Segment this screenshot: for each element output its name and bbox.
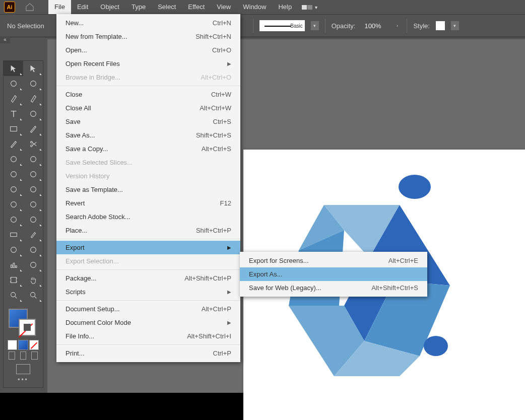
stroke-style-dropdown[interactable]: Basic [259, 20, 305, 31]
menu-effect[interactable]: Effect [182, 0, 211, 14]
submenu-item-export-for-screens[interactable]: Export for Screens...Alt+Ctrl+E [240, 254, 427, 267]
line-segment-tool[interactable] [23, 106, 43, 121]
rotate-tool[interactable] [4, 152, 23, 167]
panel-expand-icon[interactable]: « [0, 36, 10, 43]
draw-normal-icon[interactable] [9, 352, 15, 360]
stroke-swatch[interactable] [19, 319, 36, 336]
separator [325, 19, 325, 33]
perspective-tool[interactable] [4, 212, 23, 227]
svg-point-25 [30, 293, 35, 297]
svg-point-18 [30, 247, 36, 253]
lasso-tool[interactable] [23, 76, 43, 91]
menu-item-version-history: Version History [56, 169, 240, 183]
chevron-down-icon[interactable]: ▾ [451, 21, 459, 30]
menu-item-search-adobe-stock[interactable]: Search Adobe Stock... [56, 210, 240, 224]
menu-item-save-a-copy[interactable]: Save a Copy...Alt+Ctrl+S [56, 142, 240, 156]
artboard-tool[interactable] [4, 272, 23, 288]
magic-wand-tool[interactable] [4, 76, 23, 91]
hand-tool[interactable] [23, 272, 43, 288]
svg-point-24 [11, 293, 15, 297]
menu-item-close-all[interactable]: Close AllAlt+Ctrl+W [56, 101, 240, 115]
color-mode-icon[interactable] [8, 340, 17, 350]
chevron-right-icon[interactable]: › [393, 23, 401, 28]
menu-item-open[interactable]: Open...Ctrl+O [56, 43, 240, 57]
opacity-label: Opacity: [332, 22, 356, 30]
scissors-tool[interactable] [23, 136, 43, 152]
draw-inside-icon[interactable] [31, 352, 38, 360]
warp-tool[interactable] [23, 182, 43, 197]
slice-tool[interactable] [23, 257, 43, 272]
menu-item-file-info[interactable]: File Info...Alt+Shift+Ctrl+I [56, 329, 240, 343]
menu-edit[interactable]: Edit [71, 0, 94, 14]
none-mode-icon[interactable] [29, 340, 39, 350]
menu-item-place[interactable]: Place...Shift+Ctrl+P [56, 224, 240, 237]
reflect-tool[interactable] [23, 152, 43, 167]
menu-window[interactable]: Window [237, 0, 272, 14]
menu-item-save[interactable]: SaveCtrl+S [56, 115, 240, 128]
menu-item-close[interactable]: CloseCtrl+W [56, 88, 240, 101]
home-icon[interactable] [25, 3, 34, 11]
menu-object[interactable]: Object [94, 0, 125, 14]
menu-item-open-recent-files[interactable]: Open Recent Files▶ [56, 57, 240, 71]
chevron-down-icon[interactable]: ▾ [311, 21, 319, 30]
menu-item-browse-in-bridge: Browse in Bridge...Alt+Ctrl+O [56, 71, 240, 84]
svg-point-11 [30, 187, 36, 192]
zoom-tool[interactable] [4, 288, 23, 303]
svg-rect-19 [11, 265, 12, 267]
screen-mode-icon[interactable] [16, 364, 30, 374]
shape-builder-tool[interactable] [4, 197, 23, 212]
menu-select[interactable]: Select [152, 0, 182, 14]
width-tool[interactable] [4, 182, 23, 197]
pencil-tool[interactable] [4, 136, 23, 152]
menu-item-scripts[interactable]: Scripts▶ [56, 285, 240, 299]
live-paint-tool[interactable] [23, 197, 43, 212]
selection-move-tool[interactable] [4, 61, 23, 76]
menu-item-revert[interactable]: RevertF12 [56, 196, 240, 210]
file-menu-dropdown: New...Ctrl+NNew from Template...Shift+Ct… [56, 14, 240, 362]
menu-item-new-from-template[interactable]: New from Template...Shift+Ctrl+N [56, 30, 240, 43]
svg-point-15 [30, 217, 36, 223]
pen-tool[interactable] [4, 91, 23, 106]
menu-item-document-color-mode[interactable]: Document Color Mode▶ [56, 316, 240, 329]
tools-panel: ••• [3, 60, 43, 388]
arrange-documents-icon[interactable]: ▾ [302, 5, 317, 10]
menu-item-export[interactable]: Export▶ [56, 241, 240, 254]
menu-file[interactable]: File [48, 0, 71, 14]
scale-tool[interactable] [4, 167, 23, 182]
column-graph-tool[interactable] [4, 257, 23, 272]
zoom2-tool[interactable] [23, 288, 43, 303]
submenu-item-export-as[interactable]: Export As... [240, 267, 427, 281]
draw-behind-icon[interactable] [20, 352, 27, 360]
gradient-mode-icon[interactable] [18, 340, 28, 350]
menu-help[interactable]: Help [272, 0, 298, 14]
type-tool[interactable] [4, 106, 23, 121]
svg-point-5 [30, 145, 32, 147]
menu-item-save-as-template[interactable]: Save as Template... [56, 183, 240, 196]
menu-item-export-selection: Export Selection... [56, 254, 240, 268]
separator [253, 19, 253, 33]
fill-stroke-swatches[interactable] [4, 306, 43, 338]
opacity-value[interactable]: 100% [361, 21, 387, 31]
svg-point-2 [30, 111, 36, 117]
mesh-tool[interactable] [23, 212, 43, 227]
submenu-item-save-for-web-legacy[interactable]: Save for Web (Legacy)...Alt+Shift+Ctrl+S [240, 281, 427, 295]
curvature-tool[interactable] [23, 91, 43, 106]
menu-view[interactable]: View [211, 0, 237, 14]
edit-toolbar-button[interactable]: ••• [4, 376, 43, 383]
style-swatch[interactable] [436, 21, 445, 30]
gradient-tool[interactable] [4, 227, 23, 242]
paintbrush-tool[interactable] [23, 121, 43, 136]
menu-item-new[interactable]: New...Ctrl+N [56, 16, 240, 30]
symbol-sprayer-tool[interactable] [23, 242, 43, 257]
blend-tool[interactable] [4, 242, 23, 257]
menu-type[interactable]: Type [125, 0, 152, 14]
direct-selection-tool[interactable] [23, 61, 43, 76]
rectangle-tool[interactable] [4, 121, 23, 136]
menu-item-package[interactable]: Package...Alt+Shift+Ctrl+P [56, 271, 240, 285]
menu-item-print[interactable]: Print...Ctrl+P [56, 346, 240, 360]
svg-point-26 [399, 175, 431, 199]
menu-item-document-setup[interactable]: Document Setup...Alt+Ctrl+P [56, 302, 240, 316]
eyedropper-tool[interactable] [23, 227, 43, 242]
free-transform-tool[interactable] [23, 167, 43, 182]
menu-item-save-as[interactable]: Save As...Shift+Ctrl+S [56, 128, 240, 142]
